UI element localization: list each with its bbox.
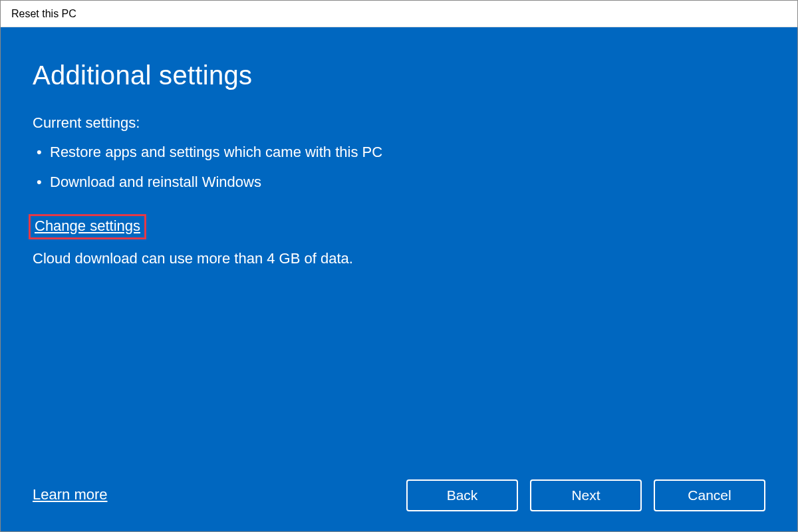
back-button[interactable]: Back (406, 479, 518, 511)
titlebar: Reset this PC (1, 1, 797, 27)
reset-pc-dialog: Reset this PC Additional settings Curren… (0, 0, 798, 532)
next-button[interactable]: Next (530, 479, 642, 511)
cancel-button[interactable]: Cancel (654, 479, 765, 511)
change-settings-link[interactable]: Change settings (35, 217, 140, 235)
highlight-annotation: Change settings (29, 214, 146, 239)
current-settings-list: Restore apps and settings which came wit… (33, 142, 765, 202)
page-heading: Additional settings (33, 61, 765, 90)
dialog-footer: Learn more Back Next Cancel (33, 466, 765, 511)
window-title: Reset this PC (11, 8, 76, 20)
cloud-download-note: Cloud download can use more than 4 GB of… (33, 250, 765, 267)
list-item: Restore apps and settings which came wit… (33, 142, 765, 163)
current-settings-label: Current settings: (33, 114, 765, 132)
list-item: Download and reinstall Windows (33, 172, 765, 193)
button-row: Back Next Cancel (406, 479, 765, 511)
dialog-content: Additional settings Current settings: Re… (1, 27, 797, 531)
learn-more-link[interactable]: Learn more (33, 486, 108, 503)
